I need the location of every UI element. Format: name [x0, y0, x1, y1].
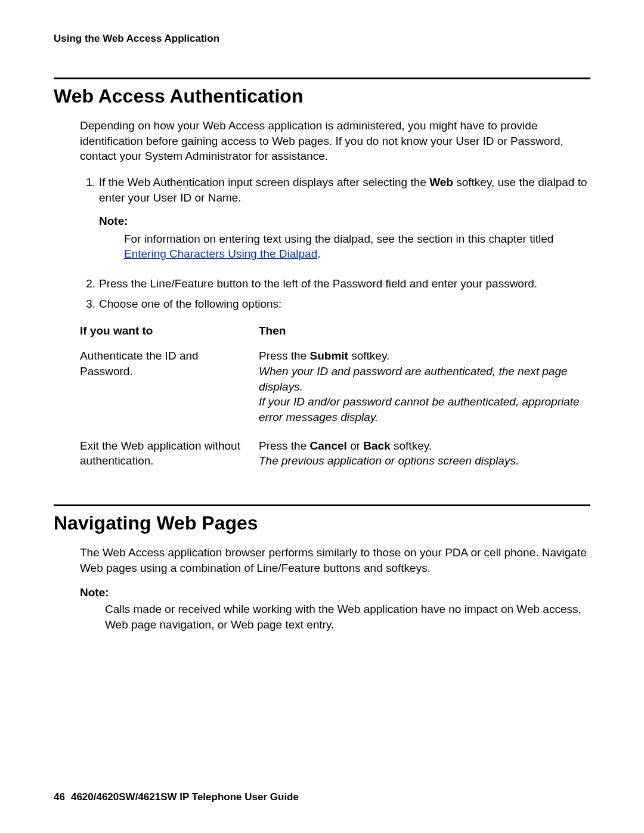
step-text: If the Web Authentication input screen d… — [99, 176, 429, 188]
running-header: Using the Web Access Application — [54, 33, 590, 45]
step-3: 3. Choose one of the following options: — [80, 296, 590, 312]
then-italic: If your ID and/or password cannot be aut… — [259, 395, 580, 423]
cell-if: Exit the Web application without authent… — [80, 438, 259, 469]
note-text: For information on entering text using t… — [124, 233, 553, 245]
cross-reference-link[interactable]: Entering Characters Using the Dialpad — [124, 247, 317, 260]
then-italic: The previous application or options scre… — [259, 454, 519, 467]
note-label: Note: — [99, 213, 590, 229]
then-text: or — [347, 439, 363, 452]
table-row: Authenticate the ID and Password. Press … — [80, 348, 590, 425]
note-body: For information on entering text using t… — [124, 231, 590, 262]
section-rule — [54, 78, 590, 79]
step-bold: Web — [429, 176, 453, 188]
table-header-row: If you want to Then — [80, 324, 590, 337]
section-title-auth: Web Access Authentication — [54, 85, 590, 107]
then-text: Press the — [259, 349, 310, 362]
cell-if: Authenticate the ID and Password. — [80, 348, 259, 425]
note-label: Note: — [80, 586, 590, 599]
note-text: . — [317, 247, 320, 260]
options-table: If you want to Then Authenticate the ID … — [80, 324, 590, 468]
section-rule — [54, 504, 590, 506]
page-footer: 464620/4620SW/4621SW IP Telephone User G… — [54, 791, 299, 803]
intro-paragraph: The Web Access application browser perfo… — [80, 545, 590, 575]
page: Using the Web Access Application Web Acc… — [0, 0, 644, 833]
step-body: If the Web Authentication input screen d… — [99, 175, 590, 271]
then-italic: When your ID and password are authentica… — [259, 365, 568, 393]
step-body: Choose one of the following options: — [99, 296, 590, 312]
cell-then: Press the Submit softkey. When your ID a… — [259, 348, 590, 425]
section-body-nav: The Web Access application browser perfo… — [80, 545, 590, 633]
then-text: softkey. — [348, 349, 389, 362]
then-bold: Back — [363, 439, 390, 452]
intro-paragraph: Depending on how your Web Access applica… — [80, 118, 590, 164]
cell-then: Press the Cancel or Back softkey. The pr… — [259, 438, 590, 469]
step-2: 2. Press the Line/Feature button to the … — [80, 276, 590, 292]
then-bold: Submit — [310, 349, 348, 362]
then-bold: Cancel — [310, 439, 347, 452]
then-text: Press the — [259, 439, 310, 452]
footer-guide-title: 4620/4620SW/4621SW IP Telephone User Gui… — [71, 791, 299, 803]
then-text: softkey. — [391, 439, 432, 452]
step-marker: 1. — [80, 175, 99, 271]
section-body-auth: Depending on how your Web Access applica… — [80, 118, 590, 469]
step-marker: 3. — [80, 296, 99, 312]
step-marker: 2. — [80, 276, 99, 292]
page-number: 46 — [54, 791, 65, 803]
table-row: Exit the Web application without authent… — [80, 438, 590, 469]
step-body: Press the Line/Feature button to the lef… — [99, 276, 590, 292]
step-1: 1. If the Web Authentication input scree… — [80, 175, 590, 271]
col-header-then: Then — [259, 324, 590, 337]
section-title-nav: Navigating Web Pages — [54, 512, 590, 534]
col-header-if: If you want to — [80, 324, 259, 337]
note-body: Calls made or received while working wit… — [105, 602, 590, 632]
